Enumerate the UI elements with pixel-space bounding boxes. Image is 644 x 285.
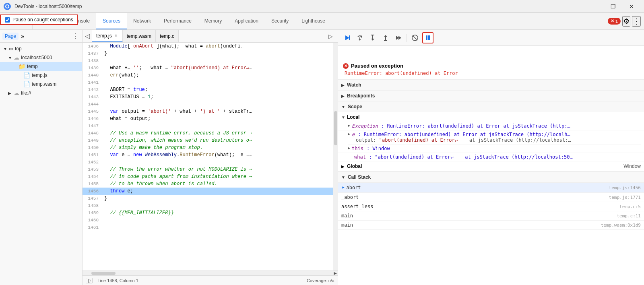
tab-security[interactable]: Security xyxy=(265,13,295,29)
expand-arrow-localhost: ▼ xyxy=(8,56,14,60)
error-badge[interactable]: ✕ 1 xyxy=(608,18,621,25)
code-line-1442: 1442 ABORT = true; xyxy=(83,86,333,93)
callstack-item-abort[interactable]: ➤ abort temp.js:1456 xyxy=(338,183,644,193)
callstack-item-assert[interactable]: assert_less temp.c:5 xyxy=(338,202,644,211)
close-tempjs-icon[interactable]: ✕ xyxy=(114,33,118,38)
scope-section-header[interactable]: ▼ Scope xyxy=(338,101,644,112)
callstack-item-_abort[interactable]: _abort temp.js:1771 xyxy=(338,193,644,202)
current-frame-icon: ➤ xyxy=(341,184,345,191)
vertical-scrollbar[interactable] xyxy=(333,43,338,271)
close-button[interactable]: ✕ xyxy=(622,0,641,13)
file-tab-tempjs[interactable]: temp.js ✕ xyxy=(92,30,123,42)
svg-marker-20 xyxy=(396,36,399,40)
code-line-1456: 1456 throw e; xyxy=(83,188,333,195)
tree-item-temp-wasm[interactable]: 📄 temp.wasm xyxy=(0,80,82,89)
cs-loc-main1: temp.c:11 xyxy=(617,213,641,219)
code-line-1450: 1450 // simply make the program stop. xyxy=(83,144,333,151)
scope-val-e: : RuntimeError: abort(undefined) at Erro… xyxy=(358,132,570,137)
cloud-icon-localhost: ☁ xyxy=(14,54,19,61)
expand-icon-e: ▶ xyxy=(348,132,350,136)
breakpoints-section-header[interactable]: ▶ Breakpoints xyxy=(338,91,644,101)
file-tab-tempwasm-label: temp.wasm xyxy=(127,33,151,39)
resume-button[interactable] xyxy=(341,32,353,43)
pretty-print-btn[interactable]: {} xyxy=(86,278,93,283)
scope-key-exception: Exception xyxy=(352,123,378,129)
exception-title-text: Paused on exception xyxy=(351,63,403,69)
callstack-item-main2[interactable]: main temp.wasm:0x1d9 xyxy=(338,221,644,230)
callstack-section: ▼ Call Stack ➤ abort temp.js:1456 _abort… xyxy=(338,172,644,230)
tab-sources[interactable]: Sources xyxy=(96,13,127,29)
code-editor[interactable]: 1436 Module[ onAbort ](what); what = abo… xyxy=(83,43,333,271)
cs-loc-_abort: temp.js:1771 xyxy=(609,195,641,200)
code-line-1460: 1460 xyxy=(83,217,333,224)
cs-name-abort: abort xyxy=(346,185,609,190)
folder-icon-top: ▭ xyxy=(9,46,13,52)
exception-icon: ✕ xyxy=(343,63,349,69)
source-ctrl-run[interactable]: ▷ xyxy=(326,31,335,41)
file-tab-tempjs-label: temp.js xyxy=(96,33,112,39)
continue-button[interactable] xyxy=(393,32,404,43)
callstack-section-header[interactable]: ▼ Call Stack xyxy=(338,172,644,183)
tree-item-localhost[interactable]: ▼ ☁ localhost:5000 xyxy=(0,53,82,62)
cs-name-assert: assert_less xyxy=(341,204,619,209)
minimize-button[interactable]: — xyxy=(585,0,604,13)
code-line-1438: 1438 xyxy=(83,57,333,64)
code-line-1443: 1443 EXITSTATUS = 1; xyxy=(83,93,333,101)
callstack-title: Call Stack xyxy=(348,174,371,180)
tab-memory[interactable]: Memory xyxy=(198,13,228,29)
hscroll-thumb[interactable] xyxy=(91,272,116,275)
code-line-1453: 1453 // Throw the error whether or not M… xyxy=(83,166,333,173)
scope-key-this: this xyxy=(352,146,363,151)
file-tab-tempc[interactable]: temp.c xyxy=(156,30,179,42)
svg-marker-21 xyxy=(398,36,401,40)
code-line-1445: 1445 var output = 'abort(' + what + ') a… xyxy=(83,108,333,115)
scope-item-this[interactable]: ▶ this : Window xyxy=(338,145,644,153)
collapse-sidebar-button[interactable]: ◁ xyxy=(83,30,92,42)
tree-item-temp-folder[interactable]: 📁 temp xyxy=(0,62,82,71)
tree-item-file[interactable]: ▶ ☁ file:// xyxy=(0,89,82,97)
local-arrow: ▼ xyxy=(341,115,345,120)
sidebar-more-tabs[interactable]: » xyxy=(19,32,27,40)
scope-item-e[interactable]: ▶ e : RuntimeError: abort(undefined) at … xyxy=(338,130,644,145)
local-label: Local xyxy=(347,114,359,120)
step-over-button[interactable] xyxy=(354,32,365,43)
settings-button[interactable]: ⚙ xyxy=(622,16,630,27)
cloud-icon-file: ☁ xyxy=(14,90,19,96)
scrollbar-thumb[interactable] xyxy=(334,111,337,145)
horizontal-scrollbar[interactable]: ▶ xyxy=(83,271,338,275)
scope-title: Scope xyxy=(348,104,362,109)
scope-item-what[interactable]: what : "abort(undefined) at Error↵ at js… xyxy=(338,153,644,161)
callstack-item-main1[interactable]: main temp.c:11 xyxy=(338,211,644,221)
step-into-button[interactable] xyxy=(367,32,378,43)
scope-item-exception[interactable]: ▶ Exception : RuntimeError: abort(undefi… xyxy=(338,122,644,130)
deactivate-breakpoints-button[interactable] xyxy=(409,32,421,43)
file-icon-tempwasm: 📄 xyxy=(23,81,30,87)
watch-title: Watch xyxy=(347,82,361,88)
code-line-1449: 1449 // exception, which means we'd run … xyxy=(83,137,333,144)
watch-arrow: ▶ xyxy=(341,83,345,87)
tab-application[interactable]: Application xyxy=(228,13,265,29)
global-scope-item[interactable]: ▶ Global Window xyxy=(338,161,644,171)
tab-performance[interactable]: Performance xyxy=(157,13,198,29)
pause-on-exceptions-button[interactable] xyxy=(422,32,433,43)
hscroll-right-btn[interactable]: ▶ xyxy=(334,271,337,275)
svg-marker-9 xyxy=(345,35,349,40)
code-line-1461: 1461 xyxy=(83,224,333,231)
tab-lighthouse[interactable]: Lighthouse xyxy=(295,13,332,29)
cursor-position: Line 1458, Column 1 xyxy=(97,278,138,283)
sidebar-tab-page[interactable]: Page xyxy=(2,33,19,40)
file-tab-tempwasm[interactable]: temp.wasm xyxy=(123,30,156,42)
watch-section-header[interactable]: ▶ Watch xyxy=(338,80,644,91)
scope-val-this: : Window xyxy=(367,146,390,151)
maximize-button[interactable]: ❐ xyxy=(604,0,622,13)
tree-item-top[interactable]: ▼ ▭ top xyxy=(0,44,82,53)
svg-line-23 xyxy=(413,35,417,40)
more-menu-button[interactable]: ⋮ xyxy=(632,16,641,27)
local-scope-header[interactable]: ▼ Local xyxy=(338,112,644,122)
svg-point-2 xyxy=(6,5,8,8)
step-out-button[interactable] xyxy=(380,32,391,43)
tree-item-temp-js[interactable]: 📄 temp.js xyxy=(0,71,82,80)
tab-network[interactable]: Network xyxy=(127,13,157,29)
sidebar-menu-button[interactable]: ⋮ xyxy=(72,32,80,40)
tree-label-localhost: localhost:5000 xyxy=(21,55,52,60)
